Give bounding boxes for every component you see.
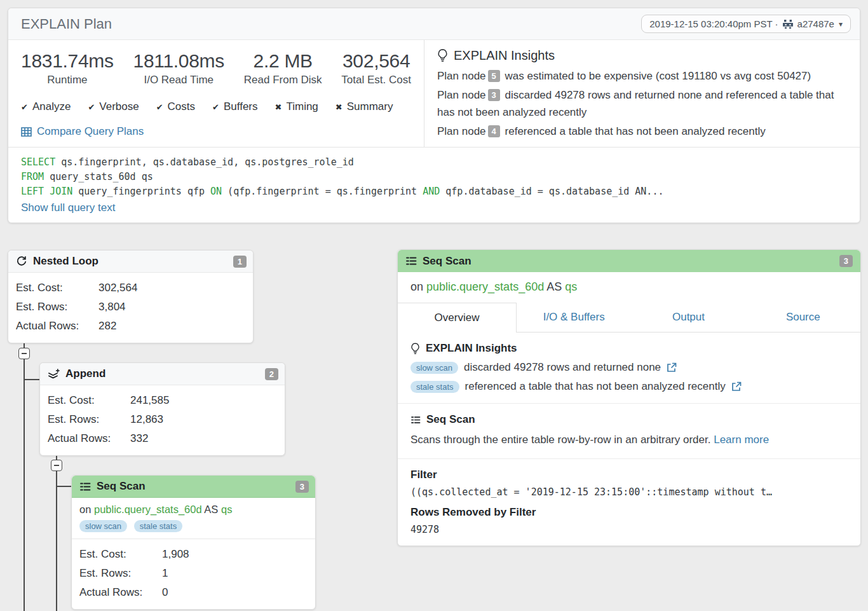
sql-text: qs.fingerprint, qs.database_id, qs.postg… <box>55 156 354 168</box>
tab-source[interactable]: Source <box>746 303 860 333</box>
x-icon: ✖ <box>336 102 342 112</box>
sql-keyword: FROM <box>21 171 44 182</box>
tab-output[interactable]: Output <box>631 303 745 333</box>
table-link[interactable]: public.query_stats_60d <box>426 280 544 293</box>
loop-icon <box>16 256 27 267</box>
stat-row: Est. Rows:12,863 <box>48 410 277 429</box>
plan-node-append[interactable]: Append 2 Est. Cost:241,585 Est. Rows:12,… <box>39 362 285 456</box>
plan-selector-dropdown[interactable]: 2019-12-15 03:20:40pm PST · a27487e ▾ <box>641 15 851 33</box>
details-table-row: on public.query_stats_60d AS qs <box>398 272 860 303</box>
stat-label: Runtime <box>21 74 114 86</box>
stat-label: Est. Cost: <box>16 278 98 298</box>
filter-expression: ((qs.collected_at = '2019-12-15 23:15:00… <box>410 486 848 498</box>
rows-removed-title: Rows Removed by Filter <box>410 506 848 519</box>
page-title: EXPLAIN Plan <box>21 16 112 32</box>
sql-keyword: LEFT JOIN <box>21 186 72 197</box>
node-number-badge: 1 <box>233 256 247 268</box>
insight-text: referenced a table that has not been ana… <box>505 125 766 137</box>
node-stats: Est. Cost:1,908 Est. Rows:1 Actual Rows:… <box>72 539 315 609</box>
node-header: Seq Scan 3 <box>72 476 315 498</box>
plan-node-seq-scan[interactable]: Seq Scan 3 on public.query_stats_60d AS … <box>71 475 316 610</box>
insight-item: slow scan discarded 49278 rows and retur… <box>410 361 848 374</box>
stat-label: Actual Rows: <box>48 429 130 448</box>
stat-label: Total Est. Cost <box>341 74 411 86</box>
tag-stale-stats: stale stats <box>410 381 459 393</box>
check-icon: ✔ <box>21 102 28 112</box>
stat-label: Est. Rows: <box>48 410 130 429</box>
tab-io-buffers[interactable]: I/O & Buffers <box>517 303 631 333</box>
stat-row: Est. Rows:3,804 <box>16 298 245 317</box>
collapse-node-button[interactable] <box>18 348 30 359</box>
node-number-badge: 2 <box>265 368 278 380</box>
description-text: Scans through the entire table row-by-ro… <box>410 434 710 446</box>
insight-text: was estimated to be expensive (cost 1911… <box>505 70 811 82</box>
external-link-icon[interactable] <box>667 362 677 373</box>
plan-node-badge[interactable]: 3 <box>488 89 500 101</box>
details-title: Seq Scan <box>423 255 834 268</box>
check-icon: ✔ <box>156 102 163 112</box>
seq-scan-rows-icon <box>405 256 417 266</box>
node-table-row: on public.query_stats_60d AS qs slow sca… <box>72 498 315 539</box>
lightbulb-icon <box>437 49 448 62</box>
stat-row: Est. Rows:1 <box>79 564 308 583</box>
sql-line: SELECT qs.fingerprint, qs.database_id, q… <box>21 155 847 170</box>
plan-node-badge[interactable]: 4 <box>488 125 500 137</box>
query-text-section: SELECT qs.fingerprint, qs.database_id, q… <box>8 147 860 223</box>
rows-removed-value: 49278 <box>410 524 848 535</box>
chevron-down-icon: ▾ <box>839 20 843 29</box>
tab-overview[interactable]: Overview <box>398 303 517 333</box>
node-header: Append 2 <box>40 363 285 385</box>
option-costs: ✔Costs <box>156 100 195 113</box>
on-prefix: on <box>79 504 91 515</box>
node-type-description: Scans through the entire table row-by-ro… <box>410 432 848 448</box>
stat-value: 302,564 <box>98 278 137 298</box>
stat-value: 241,585 <box>130 391 169 410</box>
show-full-query-link[interactable]: Show full query text <box>21 202 115 214</box>
sql-text: query_stats_60d qs <box>44 171 153 182</box>
alias-link[interactable]: qs <box>221 504 232 515</box>
option-label: Buffers <box>224 100 258 113</box>
explain-insights-panel: EXPLAIN Insights Plan node5 was estimate… <box>424 40 860 147</box>
plan-node-nested-loop[interactable]: Nested Loop 1 Est. Cost:302,564 Est. Row… <box>8 250 254 343</box>
option-summary: ✖Summary <box>336 100 393 113</box>
sql-keyword: SELECT <box>21 156 55 168</box>
insight-text: discarded 49278 rows and returned none <box>464 361 661 374</box>
node-stats: Est. Cost:302,564 Est. Rows:3,804 Actual… <box>8 273 253 343</box>
insight-prefix: Plan node <box>437 89 486 101</box>
stat-label: Actual Rows: <box>16 317 98 336</box>
card-body: 1831.74ms Runtime 1811.08ms I/O Read Tim… <box>8 40 860 147</box>
learn-more-link[interactable]: Learn more <box>714 434 769 446</box>
insights-title-text: EXPLAIN Insights <box>454 48 555 63</box>
stat-value: 1811.08ms <box>133 50 225 72</box>
stat-read-from-disk: 2.2 MB Read From Disk <box>244 50 322 86</box>
external-link-icon[interactable] <box>731 381 742 392</box>
stats-row: 1831.74ms Runtime 1811.08ms I/O Read Tim… <box>21 50 411 86</box>
tag-slow-scan: slow scan <box>410 362 458 374</box>
sql-text: qfp.database_id = qs.database_id AN... <box>440 186 663 197</box>
node-title: Seq Scan <box>97 480 290 493</box>
collapse-node-button[interactable] <box>51 460 62 471</box>
section-title-text: EXPLAIN Insights <box>426 342 517 355</box>
stat-value: 0 <box>162 583 168 602</box>
stat-row: Actual Rows:332 <box>48 429 277 448</box>
sql-line: LEFT JOIN query_fingerprints qfp ON (qfp… <box>21 184 847 199</box>
table-link[interactable]: public.query_stats_60d <box>94 504 202 515</box>
stat-value: 2.2 MB <box>244 50 322 72</box>
insight-item: Plan node5 was estimated to be expensive… <box>437 67 847 85</box>
compare-query-plans-link[interactable]: Compare Query Plans <box>37 125 144 138</box>
stat-value: 1,908 <box>162 545 189 564</box>
summary-stats-pane: 1831.74ms Runtime 1811.08ms I/O Read Tim… <box>8 40 424 147</box>
plan-node-badge[interactable]: 5 <box>488 70 500 82</box>
insight-item: Plan node3 discarded 49278 rows and retu… <box>437 86 847 121</box>
stat-label: Est. Rows: <box>79 564 162 583</box>
option-verbose: ✔Verbose <box>88 100 139 113</box>
option-label: Summary <box>347 100 393 113</box>
explain-options-row: ✔Analyze ✔Verbose ✔Costs ✔Buffers ✖Timin… <box>21 100 411 113</box>
stat-value: 332 <box>130 429 148 448</box>
tree-connector-line <box>57 486 71 487</box>
alias-link[interactable]: qs <box>565 280 577 293</box>
stat-row: Actual Rows:0 <box>79 583 308 602</box>
append-layers-icon <box>48 368 60 380</box>
plan-id: a27487e <box>797 18 834 29</box>
sql-keyword: AND <box>423 186 440 197</box>
